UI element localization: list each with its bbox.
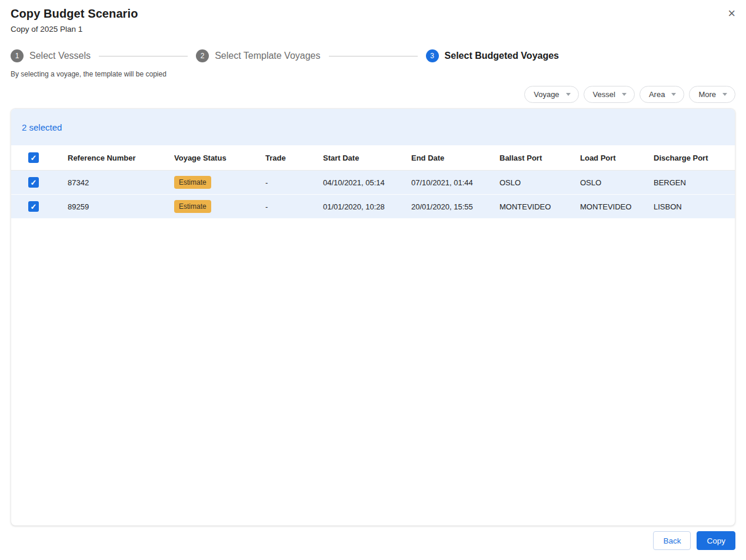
cell-voyage-status: Estimate bbox=[174, 176, 265, 189]
row-checkbox[interactable]: ✓ bbox=[28, 201, 39, 212]
filter-voyage-button[interactable]: Voyage bbox=[524, 86, 578, 103]
budgeted-voyages-table: 2 selected ✓ Reference Number Voyage Sta… bbox=[11, 108, 735, 526]
step-2-badge: 2 bbox=[196, 49, 209, 62]
table-body: ✓87342Estimate-04/10/2021, 05:1407/10/20… bbox=[11, 171, 735, 219]
dialog-title: Copy Budget Scenario bbox=[11, 7, 735, 21]
cell-end-date: 07/10/2021, 01:44 bbox=[411, 178, 499, 187]
filter-vessel-label: Vessel bbox=[593, 90, 615, 99]
cell-load-port: MONTEVIDEO bbox=[580, 202, 654, 211]
cell-trade: - bbox=[265, 178, 323, 187]
row-checkbox-cell: ✓ bbox=[11, 201, 68, 212]
step-select-template-voyages[interactable]: 2 Select Template Voyages bbox=[196, 49, 320, 62]
stepper-connector bbox=[329, 56, 418, 56]
chevron-down-icon bbox=[622, 93, 627, 96]
column-header-start-date[interactable]: Start Date bbox=[323, 154, 411, 162]
selection-banner: 2 selected bbox=[11, 109, 735, 145]
close-icon[interactable]: × bbox=[725, 5, 738, 22]
cell-load-port: OSLO bbox=[580, 178, 654, 187]
dialog-header: Copy Budget Scenario Copy of 2025 Plan 1… bbox=[11, 0, 735, 34]
table-header-row: ✓ Reference Number Voyage Status Trade S… bbox=[11, 145, 735, 171]
cell-trade: - bbox=[265, 202, 323, 211]
cell-reference-number: 89259 bbox=[68, 202, 174, 211]
select-all-checkbox[interactable]: ✓ bbox=[28, 152, 39, 163]
check-icon: ✓ bbox=[31, 154, 37, 162]
row-checkbox-cell: ✓ bbox=[11, 177, 68, 188]
helper-text: By selecting a voyage, the template will… bbox=[11, 70, 735, 78]
chevron-down-icon bbox=[722, 93, 727, 96]
status-badge: Estimate bbox=[174, 200, 211, 213]
cell-reference-number: 87342 bbox=[68, 178, 174, 187]
table-row[interactable]: ✓89259Estimate-01/01/2020, 10:2820/01/20… bbox=[11, 195, 735, 219]
cell-end-date: 20/01/2020, 15:55 bbox=[411, 202, 499, 211]
filter-more-button[interactable]: More bbox=[689, 86, 735, 103]
chevron-down-icon bbox=[566, 93, 571, 96]
check-icon: ✓ bbox=[31, 179, 37, 186]
step-1-badge: 1 bbox=[11, 49, 24, 62]
step-3-label: Select Budgeted Voyages bbox=[445, 51, 559, 61]
cell-discharge-port: LISBON bbox=[654, 202, 735, 211]
cell-voyage-status: Estimate bbox=[174, 200, 265, 213]
select-all-cell: ✓ bbox=[11, 152, 68, 163]
dialog-subtitle: Copy of 2025 Plan 1 bbox=[11, 25, 735, 34]
column-header-discharge-port[interactable]: Discharge Port bbox=[654, 154, 735, 162]
step-select-budgeted-voyages[interactable]: 3 Select Budgeted Voyages bbox=[426, 49, 559, 62]
chevron-down-icon bbox=[671, 93, 676, 96]
step-2-label: Select Template Voyages bbox=[215, 51, 320, 61]
filter-area-label: Area bbox=[649, 90, 665, 99]
status-badge: Estimate bbox=[174, 176, 211, 189]
table-row[interactable]: ✓87342Estimate-04/10/2021, 05:1407/10/20… bbox=[11, 171, 735, 195]
filter-bar: Voyage Vessel Area More bbox=[11, 86, 735, 103]
dialog-footer: Back Copy bbox=[11, 531, 735, 550]
copy-button[interactable]: Copy bbox=[697, 531, 735, 550]
column-header-reference-number[interactable]: Reference Number bbox=[68, 154, 174, 162]
cell-start-date: 01/01/2020, 10:28 bbox=[323, 202, 411, 211]
stepper-connector bbox=[99, 56, 188, 56]
column-header-trade[interactable]: Trade bbox=[265, 154, 323, 162]
row-checkbox[interactable]: ✓ bbox=[28, 177, 39, 188]
column-header-ballast-port[interactable]: Ballast Port bbox=[499, 154, 580, 162]
selected-count: 2 selected bbox=[22, 122, 62, 132]
filter-vessel-button[interactable]: Vessel bbox=[584, 86, 635, 103]
cell-start-date: 04/10/2021, 05:14 bbox=[323, 178, 411, 187]
step-3-badge: 3 bbox=[426, 49, 439, 62]
check-icon: ✓ bbox=[31, 203, 37, 211]
stepper: 1 Select Vessels 2 Select Template Voyag… bbox=[11, 49, 735, 62]
column-header-voyage-status[interactable]: Voyage Status bbox=[174, 154, 265, 162]
column-header-end-date[interactable]: End Date bbox=[411, 154, 499, 162]
cell-ballast-port: OSLO bbox=[499, 178, 580, 187]
step-select-vessels[interactable]: 1 Select Vessels bbox=[11, 49, 91, 62]
back-button[interactable]: Back bbox=[653, 531, 691, 550]
cell-discharge-port: BERGEN bbox=[654, 178, 735, 187]
filter-more-label: More bbox=[698, 90, 716, 99]
step-1-label: Select Vessels bbox=[29, 51, 91, 61]
filter-voyage-label: Voyage bbox=[534, 90, 559, 99]
filter-area-button[interactable]: Area bbox=[640, 86, 684, 103]
column-header-load-port[interactable]: Load Port bbox=[580, 154, 654, 162]
cell-ballast-port: MONTEVIDEO bbox=[499, 202, 580, 211]
copy-budget-scenario-dialog: Copy Budget Scenario Copy of 2025 Plan 1… bbox=[0, 0, 746, 560]
